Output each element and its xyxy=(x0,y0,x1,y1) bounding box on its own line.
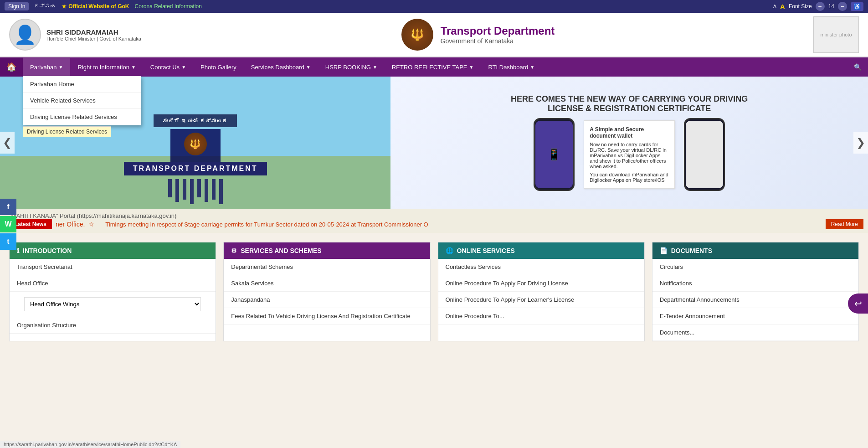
twitter-button[interactable]: t xyxy=(0,233,16,250)
parivahan-arrow-icon: ▼ xyxy=(59,65,63,70)
services-schemes-icon: ⚙ xyxy=(231,247,237,254)
rti-arrow-icon: ▼ xyxy=(131,65,136,70)
minister-photo-section: minister photo xyxy=(813,16,859,53)
ss-item-fees[interactable]: Fees Related To Vehicle Driving License … xyxy=(224,308,430,324)
hero-title: HERE COMES THE NEW WAY OF CARRYING YOUR … xyxy=(493,94,766,113)
documents-icon: 📄 xyxy=(660,247,668,254)
hero-right-panel: HERE COMES THE NEW WAY OF CARRYING YOUR … xyxy=(390,77,868,209)
font-decrease-button[interactable]: − xyxy=(838,2,847,11)
cm-section: 👤 SHRI SIDDARAMAIAH Hon'ble Chief Minist… xyxy=(9,19,143,51)
main-content: ℹ INTRODUCTION Transport Secretariat Hea… xyxy=(0,233,868,350)
dept-name: Transport Department xyxy=(441,25,555,37)
services-schemes-title: SERVICES AND SCHEMES xyxy=(241,247,321,254)
contact-arrow-icon: ▼ xyxy=(181,65,186,70)
font-increase-button[interactable]: + xyxy=(816,2,825,11)
doc-item-notifications[interactable]: Notifications xyxy=(652,275,858,292)
ss-item-dept-schemes[interactable]: Departmental Schemes xyxy=(224,259,430,275)
hero-phones: 📱 A Simple and Secure document wallet No… xyxy=(493,118,766,191)
documents-list: Circulars Notifications Departmental Ann… xyxy=(652,259,858,341)
accessibility-icon[interactable]: ♿ xyxy=(851,2,863,11)
introduction-icon: ℹ xyxy=(17,247,19,254)
phone-mockup-right xyxy=(684,118,725,191)
os-item-learner-apply[interactable]: Online Procedure To Apply For Learner's … xyxy=(438,292,644,308)
cm-info: SHRI SIDDARAMAIAH Hon'ble Chief Minister… xyxy=(46,28,143,41)
contact-label: Contact Us xyxy=(150,64,180,71)
nav-item-parivahan[interactable]: Parivahan ▼ Parivahan Home Vehicle Relat… xyxy=(23,58,70,76)
back-button[interactable]: ↩ xyxy=(848,294,868,314)
nav-home-button[interactable]: 🏠 xyxy=(0,57,23,77)
nav-item-rtidash[interactable]: RTI Dashboard ▼ xyxy=(481,58,542,76)
gallery-label: Photo Gallery xyxy=(200,64,236,71)
doc-item-announcements[interactable]: Departmental Announcements xyxy=(652,292,858,308)
ss-item-sakala[interactable]: Sakala Services xyxy=(224,275,430,292)
nav-item-rti[interactable]: Right to Information ▼ xyxy=(70,58,143,76)
font-size-value: 14 xyxy=(828,3,834,10)
sign-in-button[interactable]: Sign In xyxy=(5,2,29,10)
site-header: 👤 SHRI SIDDARAMAIAH Hon'ble Chief Minist… xyxy=(0,13,868,57)
dept-logo-icon: 🔱 xyxy=(401,19,433,51)
os-item-more[interactable]: Online Procedure To... xyxy=(438,308,644,324)
nav-item-services[interactable]: Services Dashboard ▼ xyxy=(244,58,318,76)
retro-label: RETRO REFLECTIVE TAPE xyxy=(392,64,467,71)
read-more-button[interactable]: Read More xyxy=(826,219,863,229)
hero-desc-title: A Simple and Secure document wallet xyxy=(590,126,644,139)
documents-card: 📄 DOCUMENTS Circulars Notifications Depa… xyxy=(652,242,859,341)
parivahan-dropdown-menu: Parivahan Home Vehicle Related Services … xyxy=(23,76,141,125)
introduction-header: ℹ INTRODUCTION xyxy=(10,242,216,259)
rtidash-arrow-icon: ▼ xyxy=(530,65,534,70)
news-section: "MAHITI KANAJA" Portal (https://mahitika… xyxy=(0,209,868,233)
nav-item-gallery[interactable]: Photo Gallery xyxy=(193,58,244,76)
dept-title-block: Transport Department Government of Karna… xyxy=(441,25,555,45)
intro-item-transport-secretariat[interactable]: Transport Secretariat xyxy=(10,259,216,275)
os-item-contactless[interactable]: Contactless Services xyxy=(438,259,644,275)
online-services-title: ONLINE SERVICES xyxy=(457,247,515,254)
intro-item-org-structure[interactable]: Organisation Structure xyxy=(10,317,216,334)
online-services-icon: 🌐 xyxy=(446,247,453,254)
doc-item-etender[interactable]: E-Tender Announcement xyxy=(652,308,858,324)
nav-search-button[interactable]: 🔍 xyxy=(847,59,868,75)
kannada-link[interactable]: ಕನ್ನಡ xyxy=(34,3,56,10)
social-sidebar: f W t xyxy=(0,199,16,250)
doc-item-more[interactable]: Documents... xyxy=(652,324,858,341)
hero-dept-name: TRANSPORT DEPARTMENT xyxy=(124,162,267,175)
gok-link[interactable]: ★ Official Website of GoK xyxy=(62,3,129,10)
intro-item-head-office[interactable]: Head Office xyxy=(10,275,216,292)
whatsapp-button[interactable]: W xyxy=(0,216,16,232)
dropdown-tooltip: Driving License Related Services xyxy=(23,126,111,137)
corona-link[interactable]: Corona Related Information xyxy=(134,3,201,10)
hero-desc1: Now no need to carry cards for DL/RC. Sa… xyxy=(590,142,669,169)
head-office-wings-dropdown[interactable]: Head Office Wings Option 1 Option 2 xyxy=(24,297,201,311)
intro-item-head-office-wings: Head Office Wings Option 1 Option 2 xyxy=(10,292,216,317)
hero-desc2: You can download mParivahan and Digilock… xyxy=(590,172,669,183)
cm-title: Hon'ble Chief Minister | Govt. of Karnat… xyxy=(46,36,143,41)
font-a-large[interactable]: A xyxy=(780,3,785,10)
main-nav: 🏠 Parivahan ▼ Parivahan Home Vehicle Rel… xyxy=(0,57,868,77)
services-arrow-icon: ▼ xyxy=(306,65,311,70)
cm-name: SHRI SIDDARAMAIAH xyxy=(46,28,143,36)
top-bar: Sign In ಕನ್ನಡ ★ Official Website of GoK … xyxy=(0,0,868,13)
retro-arrow-icon: ▼ xyxy=(469,65,474,70)
ss-item-janaspandana[interactable]: Janaspandana xyxy=(224,292,430,308)
services-schemes-card: ⚙ SERVICES AND SCHEMES Departmental Sche… xyxy=(223,242,430,341)
hsrp-arrow-icon: ▼ xyxy=(373,65,377,70)
gok-star-icon: ★ xyxy=(62,3,67,10)
dropdown-item-parivahan-home[interactable]: Parivahan Home xyxy=(23,76,141,93)
facebook-button[interactable]: f xyxy=(0,199,16,215)
hero-prev-button[interactable]: ❮ xyxy=(0,132,15,154)
dropdown-item-dl-services[interactable]: Driving License Related Services xyxy=(23,109,141,125)
os-item-dl-apply[interactable]: Online Procedure To Apply For Driving Li… xyxy=(438,275,644,292)
font-a-small[interactable]: A xyxy=(773,4,776,9)
nav-item-contact[interactable]: Contact Us ▼ xyxy=(143,58,193,76)
hero-next-button[interactable]: ❯ xyxy=(853,132,868,154)
phone-mockup-left: 📱 xyxy=(534,118,575,191)
online-services-card: 🌐 ONLINE SERVICES Contactless Services O… xyxy=(438,242,645,341)
services-schemes-header: ⚙ SERVICES AND SCHEMES xyxy=(224,242,430,259)
font-size-label: Font Size xyxy=(789,3,812,10)
mahiti-link[interactable]: "MAHITI KANAJA" Portal (https://mahitika… xyxy=(0,212,868,219)
nav-item-retro[interactable]: RETRO REFLECTIVE TAPE ▼ xyxy=(385,58,481,76)
hsrp-label: HSRP BOOKING xyxy=(325,64,371,71)
doc-item-circulars[interactable]: Circulars xyxy=(652,259,858,275)
nav-item-hsrp[interactable]: HSRP BOOKING ▼ xyxy=(318,58,385,76)
cm-photo: 👤 xyxy=(9,19,41,51)
dropdown-item-vehicle-services[interactable]: Vehicle Related Services xyxy=(23,93,141,109)
